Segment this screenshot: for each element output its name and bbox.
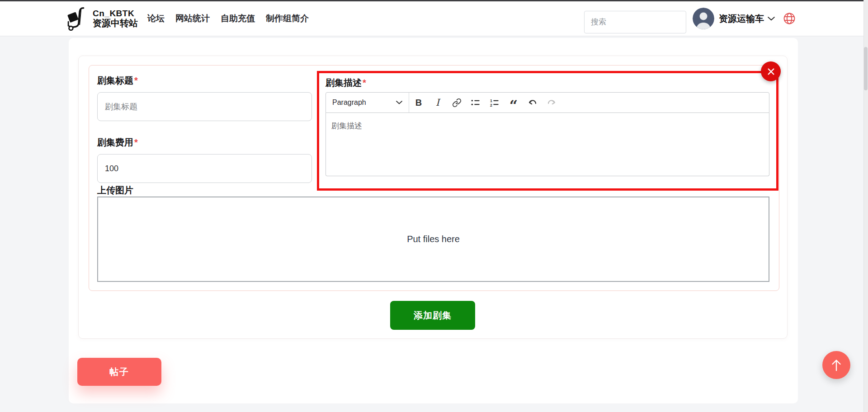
required-asterisk: * <box>134 137 138 147</box>
episode-fieldset: 剧集标题* 剧集费用* 上传图片 Put files here <box>89 65 779 291</box>
nav-item-recharge[interactable]: 自助充值 <box>221 13 255 24</box>
redo-icon <box>547 98 557 107</box>
scrollbar-thumb[interactable] <box>864 47 868 90</box>
close-icon <box>767 68 775 75</box>
upload-image-label: 上传图片 <box>97 184 133 197</box>
bold-icon: B <box>415 98 422 108</box>
post-button[interactable]: 帖子 <box>77 358 161 386</box>
chevron-down-icon[interactable] <box>768 17 775 21</box>
episode-fee-input[interactable] <box>97 154 312 183</box>
dropzone-text: Put files here <box>407 234 460 244</box>
globe-icon[interactable] <box>783 12 796 25</box>
site-logo[interactable]: Cn_KBTK 资源中转站 <box>67 6 138 31</box>
numbered-list-icon: 1 2 <box>490 98 500 108</box>
episode-fee-label: 剧集费用* <box>97 136 138 149</box>
numbered-list-button[interactable]: 1 2 <box>485 93 504 112</box>
undo-button[interactable] <box>523 93 542 112</box>
paragraph-style-dropdown[interactable]: Paragraph <box>326 93 409 112</box>
search-input[interactable] <box>584 11 686 33</box>
link-button[interactable] <box>447 93 466 112</box>
main-nav: 论坛 网站统计 自助充值 制作组简介 <box>147 1 309 36</box>
file-dropzone[interactable]: Put files here <box>97 197 769 282</box>
content-container: 剧集标题* 剧集费用* 上传图片 Put files here <box>69 38 798 403</box>
logo-subtitle: 资源中转站 <box>93 18 138 28</box>
bulleted-list-icon <box>471 98 481 108</box>
blockquote-button[interactable]: “ <box>504 93 523 112</box>
chevron-down-icon <box>396 101 402 104</box>
svg-text:1: 1 <box>490 98 492 103</box>
avatar[interactable] <box>693 8 714 29</box>
editor-toolbar: Paragraph B I <box>326 92 769 113</box>
add-episode-button[interactable]: 添加剧集 <box>390 301 475 330</box>
page-scrollbar <box>863 0 868 412</box>
username[interactable]: 资源运输车 <box>719 13 764 25</box>
italic-icon: I <box>436 97 439 108</box>
user-menu: 资源运输车 <box>693 1 796 36</box>
blockquote-icon: “ <box>509 98 518 113</box>
paragraph-style-value: Paragraph <box>332 98 366 107</box>
undo-icon <box>528 98 538 107</box>
nav-item-team-intro[interactable]: 制作组简介 <box>266 13 309 24</box>
description-placeholder: 剧集描述 <box>331 122 362 130</box>
close-highlight-button[interactable] <box>761 61 781 81</box>
nav-item-forum[interactable]: 论坛 <box>147 13 165 24</box>
episode-title-label: 剧集标题* <box>97 75 138 87</box>
hand-truck-icon <box>67 6 90 31</box>
bulleted-list-button[interactable] <box>466 93 485 112</box>
episode-form-panel: 剧集标题* 剧集费用* 上传图片 Put files here <box>78 56 788 339</box>
required-asterisk: * <box>363 78 366 88</box>
description-editor-content[interactable]: 剧集描述 <box>326 113 769 176</box>
episode-title-input[interactable] <box>97 92 312 121</box>
required-asterisk: * <box>134 75 138 85</box>
header: Cn_KBTK 资源中转站 论坛 网站统计 自助充值 制作组简介 资源运输车 <box>0 0 868 36</box>
italic-button[interactable]: I <box>428 93 447 112</box>
description-label: 剧集描述* <box>326 77 366 89</box>
description-highlight-box: 剧集描述* Paragraph B <box>317 71 778 191</box>
redo-button[interactable] <box>542 93 561 112</box>
logo-title: Cn_KBTK <box>93 9 138 19</box>
svg-text:2: 2 <box>490 103 492 108</box>
bold-button[interactable]: B <box>409 93 428 112</box>
link-icon <box>452 98 462 108</box>
arrow-up-icon <box>831 358 842 372</box>
rich-text-editor: Paragraph B I <box>326 92 769 176</box>
nav-item-site-stats[interactable]: 网站统计 <box>175 13 210 24</box>
scroll-to-top-button[interactable] <box>822 351 850 379</box>
